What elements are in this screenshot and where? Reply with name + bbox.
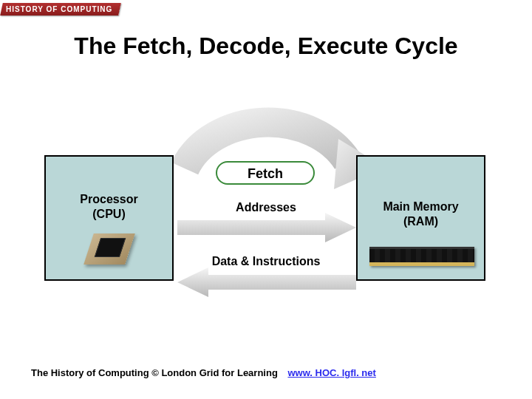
svg-marker-2	[177, 267, 356, 297]
brand-badge-text: HISTORY OF COMPUTING	[6, 5, 112, 13]
slide-title: The Fetch, Decode, Execute Cycle	[0, 33, 532, 60]
cpu-label: Processor (CPU)	[46, 192, 172, 222]
ram-box: Main Memory (RAM)	[356, 155, 485, 281]
data-arrow-icon	[177, 267, 356, 297]
footer-link[interactable]: www. HOC. lgfl. net	[287, 367, 375, 378]
data-instructions-label: Data & Instructions	[188, 255, 344, 268]
footer-text: The History of Computing © London Grid f…	[31, 367, 278, 378]
ram-label: Main Memory (RAM)	[358, 200, 484, 229]
cpu-chip-icon	[75, 233, 139, 275]
addresses-arrow-icon	[177, 213, 356, 242]
cpu-box: Processor (CPU)	[44, 155, 174, 281]
brand-badge: HISTORY OF COMPUTING	[0, 3, 121, 16]
stage-pill: Fetch	[216, 161, 315, 185]
svg-marker-1	[177, 213, 356, 242]
footer: The History of Computing © London Grid f…	[31, 367, 376, 378]
ram-stick-icon	[369, 247, 474, 266]
